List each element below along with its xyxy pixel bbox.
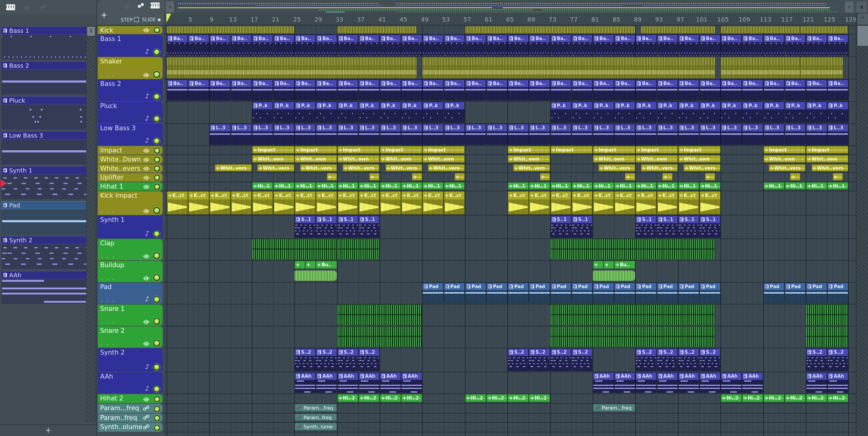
pattern-clip-pluck[interactable]: P..k xyxy=(721,102,742,123)
pattern-clip-synth-2[interactable]: S..2 xyxy=(827,348,848,371)
pattern-clip-pad[interactable]: Pad xyxy=(465,283,486,303)
track-enable-led[interactable] xyxy=(153,49,160,56)
track-lane-hihat-1[interactable]: Hi..1Hi..1Hi..1Hi..1Hi..1Hi..1Hi..1Hi..1… xyxy=(164,182,856,191)
pattern-scrollbar[interactable]: I xyxy=(86,26,96,421)
audio-clip-kick-impact[interactable]: K..ct xyxy=(572,191,593,214)
audio-clip-white-evers[interactable]: Whit..vers xyxy=(683,164,720,171)
audio-clip-white-evers[interactable]: Whit..vers xyxy=(641,164,678,171)
pattern-clip-aah[interactable]: AAh xyxy=(614,372,635,393)
track-enable-led[interactable] xyxy=(153,364,160,371)
automation-filter-icon[interactable] xyxy=(38,4,49,11)
pattern-clip-bass-1[interactable]: Ba.. xyxy=(785,35,806,56)
audio-clip-clap[interactable] xyxy=(551,239,715,260)
pattern-clip-synth-2[interactable]: S..2 xyxy=(295,348,316,371)
pattern-clip-pad[interactable]: Pad xyxy=(806,283,827,303)
pattern-clip-bass-1[interactable]: Ba.. xyxy=(657,35,678,56)
track-lane-param-freq[interactable]: Param...freqParam...freq xyxy=(164,404,856,413)
scroll-right-button[interactable]: › xyxy=(844,1,854,13)
pattern-clip-bass-2[interactable]: Ba.. xyxy=(338,80,359,100)
pattern-clip-bass-1[interactable]: Ba.. xyxy=(295,35,316,56)
pattern-clip-bass-2[interactable]: Ba.. xyxy=(380,80,401,100)
arrangement-minimap[interactable] xyxy=(175,1,843,13)
pattern-clip-bass-2[interactable]: Ba.. xyxy=(572,80,593,100)
audio-clip-hihat-1[interactable]: Hi..1 xyxy=(657,182,678,190)
audio-clip-white-evers[interactable]: Whit..vers xyxy=(598,164,635,171)
track-header-hihat-2[interactable]: Hihat 2 xyxy=(98,394,163,403)
pattern-item-synth-1[interactable]: Synth 1 xyxy=(1,166,91,200)
audio-clip-snare-2[interactable] xyxy=(551,326,715,347)
pattern-clip-synth-2[interactable]: S..2 xyxy=(316,348,337,371)
pattern-clip-pluck[interactable]: P..k xyxy=(806,102,827,123)
track-enable-led[interactable] xyxy=(154,175,160,181)
automation-clip-param-freq[interactable]: Param...freq xyxy=(295,404,337,412)
audio-clip-hihat-1[interactable]: Hi..1 xyxy=(700,182,720,190)
pattern-clip-bass-2[interactable]: Ba.. xyxy=(785,80,806,100)
pattern-clip-bass-1[interactable]: Ba.. xyxy=(764,35,784,56)
pattern-clip-synth-1[interactable]: S..1 xyxy=(359,215,380,238)
playhead-marker-icon[interactable] xyxy=(166,14,171,23)
pattern-clip-bass-2[interactable]: Ba.. xyxy=(167,80,188,100)
audio-clip-buildup[interactable]: Bu.. xyxy=(316,261,337,269)
pattern-clip-pluck[interactable]: P..k xyxy=(401,102,422,123)
track-header-param-freq[interactable]: Param..freq xyxy=(98,413,163,422)
pattern-clip-low-bass-3[interactable]: L..3 xyxy=(806,124,827,145)
track-header-uplifter[interactable]: Uplifter xyxy=(98,173,163,181)
pattern-clip-low-bass-3[interactable]: L..3 xyxy=(380,124,401,145)
track-lane-impact[interactable]: ImpactImpactImpactImpactImpactImpactImpa… xyxy=(164,146,856,155)
audio-clip-uplifter[interactable] xyxy=(455,173,465,180)
track-enable-led[interactable] xyxy=(153,93,160,100)
audio-clip-uplifter[interactable] xyxy=(833,173,843,180)
pattern-clip-low-bass-3[interactable]: L..3 xyxy=(721,124,742,145)
track-header-pad[interactable]: Pad. . .♪ xyxy=(98,283,163,304)
audio-clip-impact[interactable]: Impact xyxy=(678,146,720,153)
pattern-clip-pad[interactable]: Pad xyxy=(487,283,507,303)
audio-clip-impact[interactable]: Impact xyxy=(636,146,678,153)
audio-clip-kick-impact[interactable]: K..ct xyxy=(551,191,571,214)
pattern-clip-bass-1[interactable]: Ba.. xyxy=(338,35,359,56)
pattern-clip-synth-2[interactable]: S..2 xyxy=(338,348,359,371)
pattern-clip-bass-2[interactable]: Ba.. xyxy=(764,80,784,100)
pattern-item-header[interactable]: AAh xyxy=(1,271,91,279)
audio-clip-uplifter[interactable] xyxy=(790,173,800,180)
pattern-clip-pad[interactable]: Pad xyxy=(508,283,529,303)
pattern-clip-low-bass-3[interactable]: L..3 xyxy=(401,124,422,145)
track-enable-led[interactable] xyxy=(153,71,160,78)
pattern-clip-bass-1[interactable]: Ba.. xyxy=(827,35,848,56)
audio-clip-hihat-2[interactable]: Hi..2 xyxy=(487,394,507,402)
audio-clip-hihat-1[interactable]: Hi..1 xyxy=(380,182,401,190)
audio-clip-kick-impact[interactable]: K..ct xyxy=(188,191,209,214)
pattern-clip-pad[interactable]: Pad xyxy=(423,283,443,303)
audio-clip-hihat-2[interactable]: Hi..2 xyxy=(508,394,529,402)
pattern-clip-pad[interactable]: Pad xyxy=(444,283,465,303)
audio-mode-icon[interactable] xyxy=(124,3,131,9)
pattern-clip-low-bass-3[interactable]: L..3 xyxy=(764,124,784,145)
audio-clip-impact[interactable]: Impact xyxy=(380,146,422,153)
automation-clip-param-freq[interactable]: Param...freq xyxy=(593,404,635,412)
pattern-clip-pad[interactable]: Pad xyxy=(764,283,784,303)
pattern-clip-bass-2[interactable]: Ba.. xyxy=(274,80,294,100)
track-lane-bass-1[interactable]: Ba..Ba..Ba..Ba..Ba..Ba..Ba..Ba..Ba..Ba..… xyxy=(164,35,856,57)
audio-clip-hihat-1[interactable]: Hi..1 xyxy=(636,182,656,190)
pattern-clip-low-bass-3[interactable]: L..3 xyxy=(423,124,443,145)
pattern-clip-pluck[interactable]: P..k xyxy=(742,102,763,123)
audio-clip-snare-1[interactable] xyxy=(806,304,848,325)
pattern-clip-low-bass-3[interactable]: L..3 xyxy=(742,124,763,145)
pattern-clip-bass-2[interactable]: Ba.. xyxy=(188,80,209,100)
pattern-clip-bass-1[interactable]: Ba.. xyxy=(380,35,401,56)
audio-clip-white-evers[interactable]: Whit..vers xyxy=(385,164,422,171)
audio-clip-kick-impact[interactable]: K..ct xyxy=(444,191,465,214)
pattern-clip-synth-2[interactable]: S..2 xyxy=(678,348,699,371)
track-lane-synth-2[interactable]: S..2S..2S..2S..2S..2S..2S..2S..2S..2S..2… xyxy=(164,348,856,372)
pattern-clip-bass-1[interactable]: Ba.. xyxy=(359,35,380,56)
pattern-clip-synth-1[interactable]: S..1 xyxy=(551,215,571,238)
audio-clip-hihat-1[interactable]: Hi..1 xyxy=(401,182,422,190)
pattern-clip-pluck[interactable]: P..k xyxy=(636,102,656,123)
pattern-clip-pluck[interactable]: P..k xyxy=(380,102,401,123)
audio-clip-kick-impact[interactable]: K..ct xyxy=(678,191,699,214)
pattern-clip-pluck[interactable]: P..k xyxy=(614,102,635,123)
audio-clip-hihat-2[interactable]: Hi..2 xyxy=(806,394,827,402)
pattern-clip-low-bass-3[interactable]: L..3 xyxy=(487,124,507,145)
audio-clip-clap[interactable] xyxy=(252,239,337,260)
pattern-clip-pad[interactable]: Pad xyxy=(700,283,720,303)
audio-clip-kick-impact[interactable]: K..ct xyxy=(508,191,529,214)
